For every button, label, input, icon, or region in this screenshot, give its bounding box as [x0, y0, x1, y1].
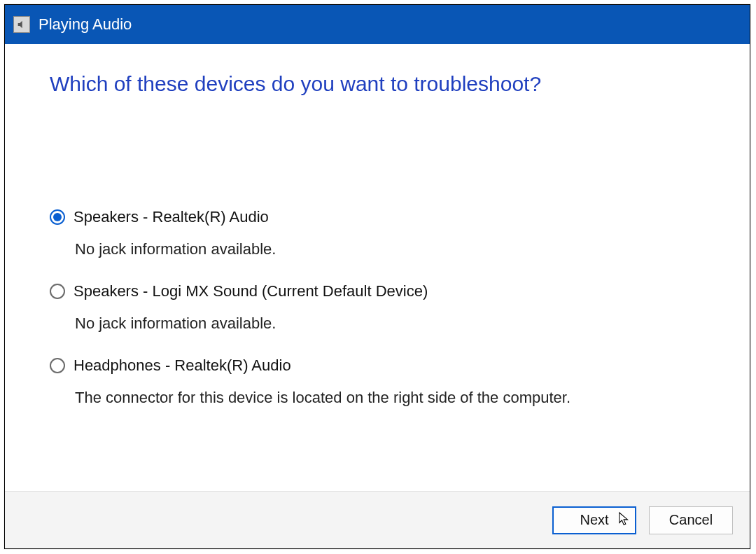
device-label: Speakers - Realtek(R) Audio	[74, 208, 269, 226]
device-options: Speakers - Realtek(R) Audio No jack info…	[50, 208, 705, 407]
radio-icon[interactable]	[50, 358, 65, 373]
cancel-button[interactable]: Cancel	[649, 506, 733, 534]
next-button[interactable]: Next	[552, 506, 636, 534]
device-description: The connector for this device is located…	[75, 389, 705, 407]
page-heading: Which of these devices do you want to tr…	[50, 72, 705, 96]
device-radio-row[interactable]: Speakers - Logi MX Sound (Current Defaul…	[50, 282, 705, 300]
device-label: Speakers - Logi MX Sound (Current Defaul…	[74, 282, 428, 300]
titlebar: Playing Audio	[5, 5, 750, 44]
device-description: No jack information available.	[75, 314, 705, 333]
radio-icon[interactable]	[50, 209, 65, 225]
content-area: Which of these devices do you want to tr…	[5, 44, 750, 491]
device-label: Headphones - Realtek(R) Audio	[74, 356, 291, 375]
troubleshooter-window: Playing Audio Which of these devices do …	[4, 4, 750, 549]
device-radio-row[interactable]: Speakers - Realtek(R) Audio	[50, 208, 705, 226]
device-option: Speakers - Logi MX Sound (Current Defaul…	[50, 282, 705, 333]
window-title: Playing Audio	[38, 15, 132, 34]
device-option: Speakers - Realtek(R) Audio No jack info…	[50, 208, 705, 258]
device-description: No jack information available.	[75, 240, 705, 258]
radio-icon[interactable]	[50, 284, 65, 299]
speaker-icon	[13, 16, 30, 33]
dialog-footer: Next Cancel	[5, 491, 750, 548]
device-option: Headphones - Realtek(R) Audio The connec…	[50, 356, 705, 407]
device-radio-row[interactable]: Headphones - Realtek(R) Audio	[50, 356, 705, 375]
